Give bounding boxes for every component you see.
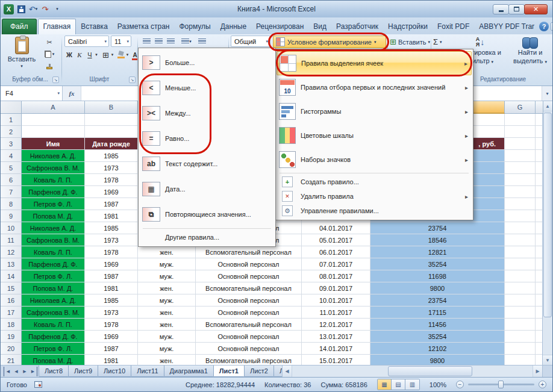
cell-A11[interactable]: Сафронова В. М. xyxy=(22,234,85,246)
tab-view[interactable]: Вид xyxy=(308,19,331,34)
cell-E20[interactable]: 14.01.2017 xyxy=(302,343,370,355)
cell-G3[interactable] xyxy=(505,138,536,150)
row-header-17[interactable]: 17 xyxy=(1,306,22,319)
sheet-tab-Лист2[interactable]: Лист2 xyxy=(244,366,274,377)
scroll-down-icon[interactable]: ▼ xyxy=(543,355,552,365)
cell-G20[interactable] xyxy=(505,343,536,355)
underline-dropdown-icon[interactable]: ▾ xyxy=(93,49,99,60)
cell-A10[interactable]: Николаев А. Д. xyxy=(22,222,85,234)
conditional-formatting-button[interactable]: Условное форматирование ▾ xyxy=(273,36,386,48)
submenu-item-equal-to[interactable]: Равно... xyxy=(140,126,274,151)
cell-D18[interactable]: Вспомогательный персонал xyxy=(196,319,302,331)
zoom-thumb[interactable] xyxy=(498,381,504,388)
row-header-15[interactable]: 15 xyxy=(1,282,22,294)
vertical-scrollbar[interactable]: ▲ ▼ xyxy=(542,101,552,365)
cell-A21[interactable]: Попова М. Д. xyxy=(22,355,85,365)
cut-button[interactable]: ✂ xyxy=(42,37,57,48)
insert-cells-button[interactable]: ⊞ Вставить ▾ xyxy=(390,36,430,48)
cell-B15[interactable]: 1981 xyxy=(85,282,138,294)
clipboard-dialog-launcher[interactable]: ↘ xyxy=(52,76,59,83)
align-middle-button[interactable] xyxy=(153,36,164,46)
cell-F17[interactable]: 17115 xyxy=(370,306,505,319)
cell-G11[interactable] xyxy=(505,234,536,246)
scroll-up-icon[interactable]: ▲ xyxy=(543,101,552,111)
cell-B16[interactable]: 1985 xyxy=(85,294,138,306)
cell-A20[interactable]: Петров Ф. Л. xyxy=(22,343,85,355)
menu-item-new-rule[interactable]: Создать правило... xyxy=(276,175,472,189)
cell-F11[interactable]: 18546 xyxy=(370,234,505,246)
row-header-3[interactable]: 3 xyxy=(1,138,22,150)
cell-G16[interactable] xyxy=(505,294,536,306)
fill-color-dropdown-icon[interactable]: ▾ xyxy=(125,49,130,60)
cell-A3[interactable]: Имя xyxy=(22,138,85,150)
zoom-out-button[interactable]: − xyxy=(456,381,464,388)
font-name-combo[interactable]: Calibri ▾ xyxy=(64,36,109,47)
tab-data[interactable]: Данные xyxy=(216,19,251,34)
cell-G7[interactable] xyxy=(505,186,536,198)
tab-formulas[interactable]: Формулы xyxy=(174,19,215,34)
cell-A15[interactable]: Попова М. Д. xyxy=(22,282,85,294)
cell-C20[interactable]: муж. xyxy=(138,343,196,355)
cell-B10[interactable]: 1985 xyxy=(85,222,138,234)
font-dialog-launcher[interactable]: ↘ xyxy=(129,76,136,83)
cell-B4[interactable]: 1985 xyxy=(85,150,138,162)
maximize-button[interactable] xyxy=(508,4,525,14)
cell-E12[interactable]: 06.01.2017 xyxy=(302,246,370,258)
cell-D15[interactable]: Вспомогательный персонал xyxy=(196,282,302,294)
cell-B19[interactable]: 1969 xyxy=(85,331,138,343)
cell-D17[interactable]: Основной персонал xyxy=(196,306,302,319)
cell-D19[interactable]: Основной персонал xyxy=(196,331,302,343)
undo-button[interactable]: ↶▾ xyxy=(28,4,38,14)
menu-item-icon-sets[interactable]: Наборы значков▸ xyxy=(276,148,472,172)
cell-A18[interactable]: Коваль Л. П. xyxy=(22,319,85,331)
cell-F13[interactable]: 35254 xyxy=(370,258,505,270)
prev-sheet-icon[interactable]: ◀ xyxy=(12,367,20,376)
tab-review[interactable]: Рецензирован xyxy=(251,19,308,34)
cell-D16[interactable]: Основной персонал xyxy=(196,294,302,306)
cell-A13[interactable]: Парфенов Д. Ф. xyxy=(22,258,85,270)
cell-G4[interactable] xyxy=(505,150,536,162)
cell-B2[interactable] xyxy=(85,126,138,138)
vertical-scroll-thumb[interactable] xyxy=(543,113,552,317)
tab-abbyy-pdf[interactable]: ABBYY PDF Trar xyxy=(474,19,539,34)
last-sheet-icon[interactable]: ▶ xyxy=(29,367,37,376)
italic-button[interactable]: К xyxy=(75,49,84,60)
cell-G9[interactable] xyxy=(505,210,536,222)
row-header-1[interactable]: 1 xyxy=(1,114,22,126)
tab-page-layout[interactable]: Разметка стран xyxy=(113,19,175,34)
column-header-G[interactable]: G xyxy=(505,101,536,114)
cell-G2[interactable] xyxy=(505,126,536,138)
submenu-item-between[interactable]: Между... xyxy=(140,101,274,126)
cell-E19[interactable]: 13.01.2017 xyxy=(302,331,370,343)
cell-E17[interactable]: 11.01.2017 xyxy=(302,306,370,319)
save-button[interactable] xyxy=(16,4,26,14)
paste-button[interactable]: Вставить ▾ xyxy=(3,36,40,69)
workbook-minimize-button[interactable]: — xyxy=(551,22,553,31)
row-header-18[interactable]: 18 xyxy=(1,319,22,331)
cell-D14[interactable]: Основной персонал xyxy=(196,270,302,282)
sheet-tab-Лист1[interactable]: Лист1 xyxy=(213,366,245,377)
cell-C16[interactable]: муж. xyxy=(138,294,196,306)
cell-E10[interactable]: 04.01.2017 xyxy=(302,222,370,234)
cell-A8[interactable]: Петров Ф. Л. xyxy=(22,198,85,210)
row-header-12[interactable]: 12 xyxy=(1,246,22,258)
scroll-right-icon[interactable]: ▶ xyxy=(533,366,542,377)
cell-F14[interactable]: 11698 xyxy=(370,270,505,282)
cell-G14[interactable] xyxy=(505,270,536,282)
menu-item-top-bottom-rules[interactable]: Правила отбора первых и последних значен… xyxy=(276,75,472,99)
next-sheet-icon[interactable]: ▶ xyxy=(20,367,29,376)
redo-button[interactable]: ↷ xyxy=(40,4,50,14)
submenu-item-date[interactable]: Дата... xyxy=(140,176,274,202)
row-header-8[interactable]: 8 xyxy=(1,198,22,210)
tab-file[interactable]: Файл xyxy=(2,19,37,34)
submenu-item-duplicate-values[interactable]: Повторяющиеся значения... xyxy=(140,202,274,227)
tab-developer[interactable]: Разработчик xyxy=(331,19,383,34)
cell-D20[interactable]: Основной персонал xyxy=(196,343,302,355)
column-header-partial[interactable] xyxy=(536,101,543,114)
excel-logo-icon[interactable]: X xyxy=(4,4,14,14)
cell-B17[interactable]: 1973 xyxy=(85,306,138,319)
cell-G5[interactable] xyxy=(505,162,536,174)
cell-F19[interactable]: 35254 xyxy=(370,331,505,343)
row-header-7[interactable]: 7 xyxy=(1,186,22,198)
column-header-A[interactable]: A xyxy=(22,101,85,114)
